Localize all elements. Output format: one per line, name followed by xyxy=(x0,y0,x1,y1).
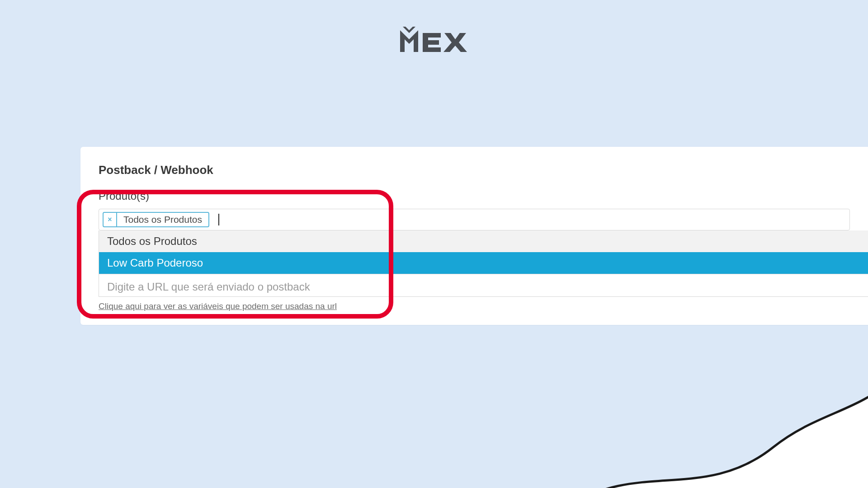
dropdown-option-all[interactable]: Todos os Produtos xyxy=(99,230,868,252)
mex-logo-icon xyxy=(396,25,472,56)
selected-tag-label: Todos os Produtos xyxy=(117,213,208,226)
product-multiselect[interactable]: × Todos os Produtos xyxy=(99,209,850,230)
text-cursor xyxy=(218,214,219,225)
card-title: Postback / Webhook xyxy=(80,163,868,190)
remove-tag-button[interactable]: × xyxy=(104,213,117,226)
decorative-wave xyxy=(570,348,868,488)
product-field: Produto(s) × Todos os Produtos xyxy=(80,190,868,230)
brand-logo xyxy=(396,25,472,56)
variables-help-link[interactable]: Clique aqui para ver as variáveis que po… xyxy=(99,301,337,311)
postback-card: Postback / Webhook Produto(s) × Todos os… xyxy=(80,147,868,325)
dropdown-option-highlighted[interactable]: Low Carb Poderoso xyxy=(99,252,868,274)
product-dropdown: Todos os Produtos Low Carb Poderoso xyxy=(99,230,868,274)
logo-area xyxy=(0,0,868,56)
postback-url-input[interactable]: Digite a URL que será enviado o postback xyxy=(99,274,868,297)
selected-product-tag: × Todos os Produtos xyxy=(103,212,209,227)
product-label: Produto(s) xyxy=(99,190,850,202)
